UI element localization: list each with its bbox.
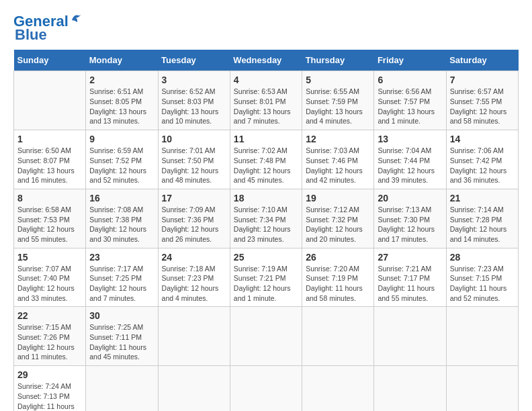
- calendar-cell: 21Sunrise: 7:14 AM Sunset: 7:28 PM Dayli…: [446, 189, 518, 248]
- day-number: 25: [234, 252, 298, 263]
- col-header-monday: Monday: [86, 50, 158, 71]
- calendar-cell: [446, 366, 518, 411]
- calendar-cell: 6Sunrise: 6:56 AM Sunset: 7:57 PM Daylig…: [374, 71, 446, 130]
- day-detail: Sunrise: 7:09 AM Sunset: 7:36 PM Dayligh…: [162, 205, 226, 244]
- day-detail: Sunrise: 7:03 AM Sunset: 7:46 PM Dayligh…: [306, 146, 370, 185]
- calendar-cell: [230, 307, 302, 366]
- calendar-cell: 17Sunrise: 7:09 AM Sunset: 7:36 PM Dayli…: [158, 189, 230, 248]
- calendar-table: SundayMondayTuesdayWednesdayThursdayFrid…: [13, 50, 519, 411]
- calendar-cell: 28Sunrise: 7:23 AM Sunset: 7:15 PM Dayli…: [446, 248, 518, 307]
- calendar-week-row: 2Sunrise: 6:51 AM Sunset: 8:05 PM Daylig…: [14, 71, 519, 130]
- calendar-cell: [374, 307, 446, 366]
- calendar-cell: [86, 366, 158, 411]
- day-number: 16: [89, 193, 154, 203]
- day-detail: Sunrise: 7:01 AM Sunset: 7:50 PM Dayligh…: [162, 146, 226, 185]
- calendar-cell: 22Sunrise: 7:15 AM Sunset: 7:26 PM Dayli…: [14, 307, 86, 366]
- day-number: 4: [234, 75, 298, 85]
- calendar-cell: 3Sunrise: 6:52 AM Sunset: 8:03 PM Daylig…: [158, 71, 230, 130]
- day-number: 8: [17, 193, 82, 203]
- calendar-cell: 18Sunrise: 7:10 AM Sunset: 7:34 PM Dayli…: [230, 189, 302, 248]
- day-detail: Sunrise: 7:24 AM Sunset: 7:13 PM Dayligh…: [17, 381, 82, 411]
- day-number: 28: [450, 252, 515, 263]
- day-detail: Sunrise: 6:55 AM Sunset: 7:59 PM Dayligh…: [306, 87, 370, 126]
- day-detail: Sunrise: 6:53 AM Sunset: 8:01 PM Dayligh…: [234, 87, 298, 126]
- day-number: 17: [162, 193, 226, 203]
- calendar-cell: 29Sunrise: 7:24 AM Sunset: 7:13 PM Dayli…: [14, 366, 86, 411]
- day-detail: Sunrise: 7:10 AM Sunset: 7:34 PM Dayligh…: [234, 205, 298, 244]
- calendar-cell: 19Sunrise: 7:12 AM Sunset: 7:32 PM Dayli…: [302, 189, 374, 248]
- day-detail: Sunrise: 6:52 AM Sunset: 8:03 PM Dayligh…: [162, 87, 226, 126]
- calendar-cell: 16Sunrise: 7:08 AM Sunset: 7:38 PM Dayli…: [86, 189, 158, 248]
- day-number: 18: [234, 193, 298, 203]
- day-detail: Sunrise: 7:23 AM Sunset: 7:15 PM Dayligh…: [450, 264, 515, 304]
- day-number: 13: [378, 134, 442, 144]
- calendar-cell: [302, 307, 374, 366]
- day-detail: Sunrise: 6:50 AM Sunset: 8:07 PM Dayligh…: [17, 146, 82, 185]
- calendar-cell: 8Sunrise: 6:58 AM Sunset: 7:53 PM Daylig…: [14, 189, 86, 248]
- day-number: 24: [162, 252, 226, 263]
- day-number: 19: [306, 193, 370, 203]
- calendar-cell: 12Sunrise: 7:03 AM Sunset: 7:46 PM Dayli…: [302, 130, 374, 189]
- calendar-cell: 15Sunrise: 7:07 AM Sunset: 7:40 PM Dayli…: [14, 248, 86, 307]
- col-header-thursday: Thursday: [302, 50, 374, 71]
- calendar-cell: 5Sunrise: 6:55 AM Sunset: 7:59 PM Daylig…: [302, 71, 374, 130]
- calendar-cell: [302, 366, 374, 411]
- day-detail: Sunrise: 7:25 AM Sunset: 7:11 PM Dayligh…: [89, 322, 154, 362]
- calendar-week-row: 15Sunrise: 7:07 AM Sunset: 7:40 PM Dayli…: [14, 248, 519, 307]
- day-number: 1: [17, 134, 82, 144]
- col-header-sunday: Sunday: [14, 50, 86, 71]
- calendar-cell: 11Sunrise: 7:02 AM Sunset: 7:48 PM Dayli…: [230, 130, 302, 189]
- day-detail: Sunrise: 7:12 AM Sunset: 7:32 PM Dayligh…: [306, 205, 370, 244]
- day-number: 22: [17, 310, 82, 321]
- day-number: 27: [378, 252, 442, 263]
- day-detail: Sunrise: 6:57 AM Sunset: 7:55 PM Dayligh…: [450, 87, 515, 126]
- day-detail: Sunrise: 7:06 AM Sunset: 7:42 PM Dayligh…: [450, 146, 515, 185]
- calendar-cell: [158, 366, 230, 411]
- day-detail: Sunrise: 7:08 AM Sunset: 7:38 PM Dayligh…: [89, 205, 154, 244]
- day-number: 15: [17, 252, 82, 263]
- col-header-friday: Friday: [374, 50, 446, 71]
- day-number: 7: [450, 75, 515, 85]
- col-header-wednesday: Wednesday: [230, 50, 302, 71]
- calendar-cell: 20Sunrise: 7:13 AM Sunset: 7:30 PM Dayli…: [374, 189, 446, 248]
- day-detail: Sunrise: 6:58 AM Sunset: 7:53 PM Dayligh…: [17, 205, 82, 244]
- calendar-cell: 23Sunrise: 7:17 AM Sunset: 7:25 PM Dayli…: [86, 248, 158, 307]
- calendar-cell: [446, 307, 518, 366]
- calendar-week-row: 8Sunrise: 6:58 AM Sunset: 7:53 PM Daylig…: [14, 189, 519, 248]
- day-detail: Sunrise: 7:19 AM Sunset: 7:21 PM Dayligh…: [234, 264, 298, 304]
- calendar-cell: 4Sunrise: 6:53 AM Sunset: 8:01 PM Daylig…: [230, 71, 302, 130]
- day-number: 29: [17, 369, 82, 380]
- page-header: General Blue: [13, 13, 519, 43]
- day-number: 5: [306, 75, 370, 85]
- day-number: 3: [162, 75, 226, 85]
- calendar-cell: 7Sunrise: 6:57 AM Sunset: 7:55 PM Daylig…: [446, 71, 518, 130]
- day-number: 20: [378, 193, 442, 203]
- calendar-cell: 2Sunrise: 6:51 AM Sunset: 8:05 PM Daylig…: [86, 71, 158, 130]
- logo-text-blue: Blue: [15, 27, 47, 43]
- day-detail: Sunrise: 7:21 AM Sunset: 7:17 PM Dayligh…: [378, 264, 442, 304]
- calendar-cell: 30Sunrise: 7:25 AM Sunset: 7:11 PM Dayli…: [86, 307, 158, 366]
- calendar-cell: 10Sunrise: 7:01 AM Sunset: 7:50 PM Dayli…: [158, 130, 230, 189]
- calendar-cell: [374, 366, 446, 411]
- day-number: 23: [89, 252, 154, 263]
- day-detail: Sunrise: 6:51 AM Sunset: 8:05 PM Dayligh…: [89, 87, 154, 126]
- calendar-cell: 1Sunrise: 6:50 AM Sunset: 8:07 PM Daylig…: [14, 130, 86, 189]
- calendar-week-row: 22Sunrise: 7:15 AM Sunset: 7:26 PM Dayli…: [14, 307, 519, 366]
- day-number: 9: [89, 134, 154, 144]
- calendar-cell: [14, 71, 86, 130]
- day-detail: Sunrise: 7:07 AM Sunset: 7:40 PM Dayligh…: [17, 264, 82, 304]
- calendar-cell: 13Sunrise: 7:04 AM Sunset: 7:44 PM Dayli…: [374, 130, 446, 189]
- day-number: 30: [89, 310, 154, 321]
- day-detail: Sunrise: 6:59 AM Sunset: 7:52 PM Dayligh…: [89, 146, 154, 185]
- day-number: 14: [450, 134, 515, 144]
- calendar-cell: 25Sunrise: 7:19 AM Sunset: 7:21 PM Dayli…: [230, 248, 302, 307]
- calendar-cell: [230, 366, 302, 411]
- day-detail: Sunrise: 7:15 AM Sunset: 7:26 PM Dayligh…: [17, 322, 82, 362]
- day-number: 12: [306, 134, 370, 144]
- day-number: 26: [306, 252, 370, 263]
- col-header-saturday: Saturday: [446, 50, 518, 71]
- calendar-cell: 24Sunrise: 7:18 AM Sunset: 7:23 PM Dayli…: [158, 248, 230, 307]
- day-detail: Sunrise: 7:20 AM Sunset: 7:19 PM Dayligh…: [306, 264, 370, 304]
- day-detail: Sunrise: 7:02 AM Sunset: 7:48 PM Dayligh…: [234, 146, 298, 185]
- day-detail: Sunrise: 7:14 AM Sunset: 7:28 PM Dayligh…: [450, 205, 515, 244]
